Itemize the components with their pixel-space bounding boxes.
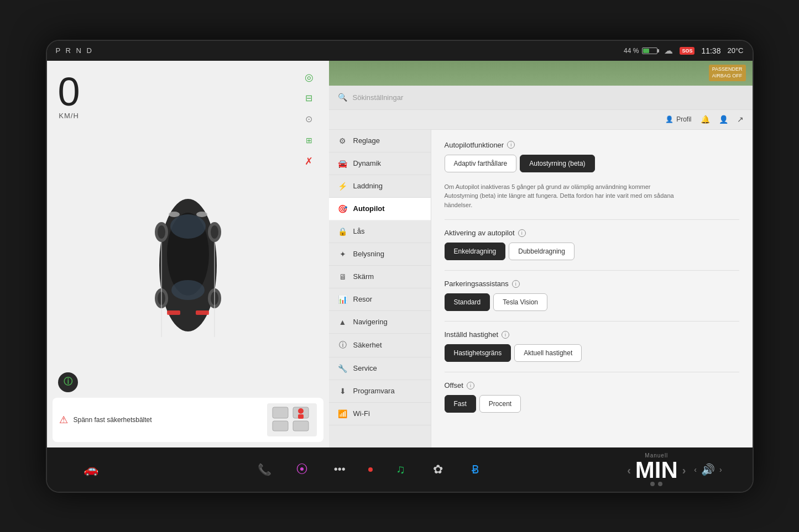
aktivering-buttons: Enkeldragning Dubbeldragning	[445, 243, 739, 260]
status-bar: P R N D 44 % ☁ SOS 11:38 20°C	[47, 41, 753, 61]
nav-item-autopilot[interactable]: 🎯 Autopilot	[329, 198, 431, 220]
nav-item-resor[interactable]: 📊 Resor	[329, 288, 431, 311]
camera-taskbar-icon[interactable]: ⦿	[292, 460, 312, 480]
nav-item-laddning[interactable]: ⚡ Laddning	[329, 175, 431, 198]
info-circle-3[interactable]: i	[512, 280, 520, 288]
more-icon[interactable]: •••	[330, 460, 349, 480]
passenger-badge-line1: PASSENDER	[712, 66, 743, 73]
btn-enkeldragning[interactable]: Enkeldragning	[445, 243, 506, 260]
profile-bar: 👤 Profil 🔔 👤 ↗	[329, 110, 753, 130]
speed-display: 0 KM/H	[58, 72, 80, 120]
section-title-aktivering: Aktivering av autopilot	[445, 229, 515, 237]
info-circle-1[interactable]: i	[507, 141, 515, 149]
right-panel: PASSENDER AIRBAG OFF 🔍 Sökinställningar …	[329, 61, 753, 447]
las-icon: 🔒	[338, 227, 348, 236]
fan-icon[interactable]: ✿	[428, 460, 448, 480]
nav-item-skarm[interactable]: 🖥 Skärm	[329, 266, 431, 288]
nav-item-dynamik[interactable]: 🚘 Dynamik	[329, 152, 431, 175]
satellite-bar: PASSENDER AIRBAG OFF	[329, 61, 753, 86]
seatbelt-icon: ✗	[300, 156, 318, 167]
arrow-icon[interactable]: ↗	[737, 115, 744, 124]
svg-point-3	[171, 280, 205, 300]
btn-dubbeldragning[interactable]: Dubbeldragning	[509, 243, 575, 260]
battery-icon	[642, 48, 657, 54]
phone-icon[interactable]: 📞	[254, 460, 274, 480]
section-hastighet: Inställd hastighet i	[445, 330, 739, 339]
autopilot-nav-icon: 🎯	[338, 204, 348, 213]
vol-arrow-left[interactable]: ‹	[694, 465, 697, 474]
nav-label-autopilot: Autopilot	[353, 204, 385, 213]
nav-label-service: Service	[353, 364, 377, 372]
hastighet-buttons: Hastighetsgräns Aktuell hastighet	[445, 344, 739, 362]
svg-point-2	[170, 214, 206, 239]
btn-tesla-vision[interactable]: Tesla Vision	[493, 293, 547, 311]
prnd-display: P R N D	[56, 46, 93, 55]
nav-label-skarm: Skärm	[353, 272, 374, 281]
search-input[interactable]: Sökinställningar	[353, 93, 744, 102]
nav-item-navigering[interactable]: ▲ Navigering	[329, 311, 431, 334]
gear-arrow-right[interactable]: ›	[682, 465, 686, 476]
taskbar: 🚗 📞 ⦿ ••• ♫ ✿ Ƀ Manuell ‹ MIN ›	[47, 447, 753, 492]
search-bar[interactable]: 🔍 Sökinställningar	[329, 86, 753, 110]
btn-aktuell-hastighet[interactable]: Aktuell hastighet	[514, 344, 582, 362]
nav-item-reglage[interactable]: ⚙ Reglage	[329, 130, 431, 152]
volume-icon[interactable]: 🔊	[701, 463, 715, 476]
info-circle-4[interactable]: i	[502, 331, 509, 339]
spotify-icon[interactable]: ♫	[390, 460, 410, 480]
person2-icon[interactable]: 👤	[719, 115, 728, 124]
info-circle-2[interactable]: i	[518, 229, 526, 237]
svg-rect-21	[293, 421, 309, 431]
gear-value: ‹ MIN ›	[627, 459, 686, 482]
autopilot-description: Om Autopilot inaktiveras 5 gånger på gru…	[445, 182, 677, 210]
temp-display: 20°C	[727, 46, 743, 55]
seatbelt-warning: ⚠ Spänn fast säkerhetsbältet	[53, 398, 323, 442]
nav-label-programvara: Programvara	[353, 387, 395, 395]
svg-point-4	[169, 212, 180, 217]
bell-icon[interactable]: 🔔	[701, 115, 710, 124]
section-autopilotfunktioner: Autopilotfunktioner i	[445, 141, 739, 149]
btn-standard[interactable]: Standard	[445, 293, 490, 311]
nav-label-belysning: Belysning	[353, 250, 384, 258]
sakerhet-icon: ⓘ	[338, 340, 348, 350]
nav-item-las[interactable]: 🔒 Lås	[329, 220, 431, 243]
nav-item-sakerhet[interactable]: ⓘ Säkerhet	[329, 334, 431, 357]
dynamik-icon: 🚘	[338, 159, 348, 168]
nav-label-sakerhet: Säkerhet	[353, 341, 382, 349]
btn-fast[interactable]: Fast	[445, 395, 476, 413]
car-taskbar-icon[interactable]: 🚗	[81, 460, 101, 480]
gear-dots	[650, 482, 662, 486]
time-display: 11:38	[701, 46, 720, 55]
profile-item[interactable]: 👤 Profil	[665, 115, 691, 123]
svg-rect-18	[273, 407, 288, 418]
autopilot-icon: ◎	[300, 72, 318, 83]
btn-procent[interactable]: Procent	[479, 395, 521, 413]
warning-sign-icon: ⊞	[300, 135, 318, 146]
sos-badge: SOS	[680, 47, 694, 55]
person-icon: 👤	[665, 115, 673, 123]
offset-buttons: Fast Procent	[445, 395, 739, 413]
svg-point-12	[158, 225, 165, 239]
btn-adaptiv-farthallare[interactable]: Adaptiv farthållare	[445, 155, 517, 172]
bluetooth-icon[interactable]: Ƀ	[466, 460, 485, 480]
section-parkering: Parkeringsassistans i	[445, 280, 739, 288]
nav-item-wifi[interactable]: 📶 Wi-Fi	[329, 403, 431, 425]
taskbar-center: 📞 ⦿ ••• ♫ ✿ Ƀ	[113, 460, 628, 480]
info-circle-5[interactable]: i	[467, 382, 474, 389]
settings-content: Autopilotfunktioner i Adaptiv farthållar…	[431, 130, 753, 447]
vol-arrow-right[interactable]: ›	[719, 465, 722, 474]
section-title-offset: Offset	[445, 381, 463, 389]
gear-arrow-left[interactable]: ‹	[627, 465, 631, 476]
btn-hastighetsgrans[interactable]: Hastighetsgräns	[445, 344, 511, 362]
car-svg	[133, 177, 243, 354]
info-button[interactable]: ⓘ	[58, 372, 78, 392]
left-panel: 0 KM/H ◎ ⊟ ⊙ ⊞ ✗	[47, 61, 329, 447]
belysning-icon: ✦	[338, 250, 348, 259]
svg-rect-23	[298, 414, 304, 419]
nav-item-service[interactable]: 🔧 Service	[329, 357, 431, 380]
taskbar-left: 🚗	[69, 460, 113, 480]
nav-item-belysning[interactable]: ✦ Belysning	[329, 243, 431, 266]
btn-autostyrning[interactable]: Autostyrning (beta)	[520, 155, 594, 172]
nav-item-programvara[interactable]: ⬇ Programvara	[329, 380, 431, 403]
tesla-screen: P R N D 44 % ☁ SOS 11:38 20°C 0 KM/H ◎ ⊟…	[46, 40, 754, 493]
section-offset: Offset i	[445, 381, 739, 389]
